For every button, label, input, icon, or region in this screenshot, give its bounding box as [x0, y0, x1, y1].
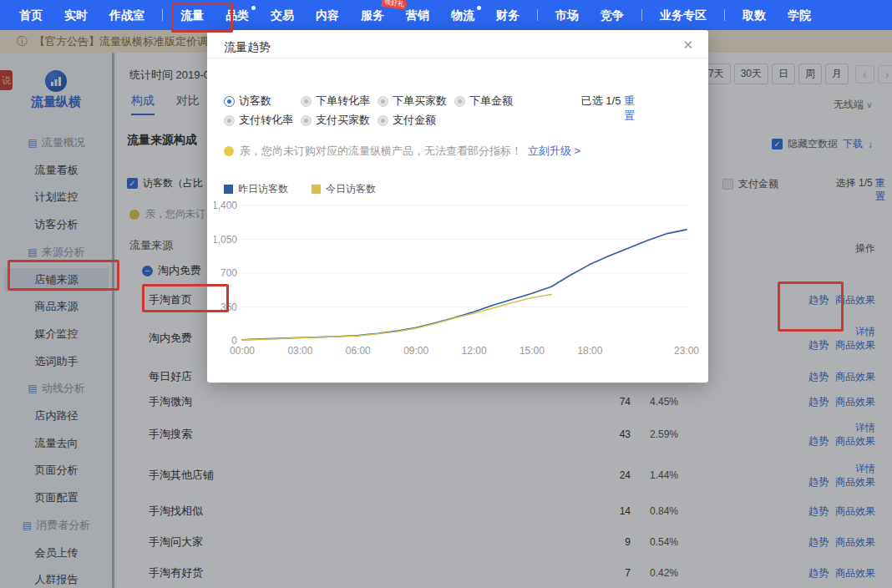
x-tick-label: 00:00	[230, 345, 255, 357]
nav-separator	[641, 9, 642, 21]
radio-disabled-icon[interactable]	[301, 96, 312, 107]
radio-dot	[227, 99, 231, 104]
y-tick-label: 1,050	[214, 234, 237, 246]
nav-item-营销[interactable]: 营销	[395, 0, 440, 30]
metric-option-支付金额[interactable]: 支付金额	[378, 113, 454, 128]
top-nav: 首页实时作战室流量品类交易内容服务领好礼营销物流财务市场竞争业务专区取数学院	[0, 0, 892, 30]
x-tick-label: 12:00	[462, 345, 487, 357]
selected-info-block: 已选 1/5 重置	[576, 94, 635, 124]
nav-separator	[724, 9, 725, 21]
notice-dot-icon	[224, 146, 234, 156]
legend-item-今日访客数[interactable]: 今日访客数	[312, 182, 376, 196]
radio-dot	[458, 99, 462, 104]
radio-dot	[304, 99, 308, 104]
nav-item-首页[interactable]: 首页	[8, 0, 53, 30]
upgrade-link[interactable]: 立刻升级 >	[528, 144, 580, 159]
nav-item-label: 交易	[271, 8, 294, 22]
nav-separator	[537, 9, 538, 21]
x-tick-label: 23:00	[674, 345, 699, 357]
metric-option-下单金额[interactable]: 下单金额	[454, 94, 531, 109]
annotation-box-mobile-home	[142, 284, 229, 312]
nav-item-交易[interactable]: 交易	[260, 0, 305, 30]
nav-item-业务专区[interactable]: 业务专区	[649, 0, 717, 30]
top-nav-items: 首页实时作战室流量品类交易内容服务领好礼营销物流财务市场竞争业务专区取数学院	[8, 0, 822, 30]
nav-item-label: 营销	[406, 8, 429, 22]
nav-item-label: 实时	[64, 8, 88, 22]
radio-dot	[227, 119, 231, 123]
radio-disabled-icon[interactable]	[224, 115, 235, 126]
radio-disabled-icon[interactable]	[301, 115, 312, 126]
metric-option-label: 支付转化率	[239, 113, 293, 128]
metric-option-支付转化率[interactable]: 支付转化率	[224, 113, 301, 128]
nav-item-取数[interactable]: 取数	[732, 0, 777, 30]
new-dot-icon	[251, 6, 256, 10]
y-tick-label: 700	[220, 267, 237, 279]
legend-label: 今日访客数	[326, 182, 376, 196]
metric-options-row-2: 支付转化率支付买家数支付金额	[224, 113, 454, 128]
modal-title: 流量趋势	[224, 40, 271, 55]
nav-item-label: 内容	[316, 8, 339, 22]
nav-item-label: 竞争	[601, 8, 624, 22]
metric-options-row-1: 访客数下单转化率下单买家数下单金额	[224, 94, 531, 109]
selected-count-label: 已选 1/5	[581, 94, 621, 107]
modal-reset-link[interactable]: 重置	[624, 94, 635, 122]
legend-swatch-icon	[312, 185, 321, 194]
legend-label: 昨日访客数	[238, 182, 288, 196]
nav-separator	[162, 9, 163, 21]
nav-item-label: 市场	[555, 8, 579, 22]
upgrade-notice: 亲，您尚未订购对应的流量纵横产品，无法查看部分指标！ 立刻升级 >	[224, 144, 580, 159]
legend-item-昨日访客数[interactable]: 昨日访客数	[224, 182, 288, 196]
radio-disabled-icon[interactable]	[454, 96, 465, 107]
nav-item-label: 取数	[742, 8, 766, 22]
annotation-box-nav-traffic	[171, 3, 233, 33]
radio-disabled-icon[interactable]	[378, 96, 388, 107]
metric-option-label: 支付金额	[393, 113, 436, 128]
nav-item-实时[interactable]: 实时	[53, 0, 99, 30]
nav-item-物流[interactable]: 物流	[440, 0, 485, 30]
nav-item-label: 学院	[788, 8, 811, 22]
radio-selected-icon[interactable]	[224, 96, 235, 107]
x-tick-label: 09:00	[403, 345, 428, 357]
x-tick-label: 15:00	[519, 345, 545, 357]
nav-item-服务[interactable]: 服务领好礼	[350, 0, 395, 30]
modal-divider	[207, 58, 708, 58]
radio-dot	[381, 119, 385, 123]
trend-chart: 03507001,0501,40000:0003:0006:0009:0012:…	[214, 195, 702, 367]
metric-option-label: 下单金额	[469, 94, 513, 109]
metric-option-label: 下单转化率	[316, 94, 370, 109]
nav-item-财务[interactable]: 财务	[485, 0, 530, 30]
nav-item-作战室[interactable]: 作战室	[99, 0, 155, 30]
metric-option-下单买家数[interactable]: 下单买家数	[378, 94, 454, 109]
metric-option-访客数[interactable]: 访客数	[224, 94, 301, 109]
annotation-box-trend-link	[778, 281, 844, 332]
close-icon[interactable]: ✕	[682, 38, 693, 53]
nav-item-label: 首页	[19, 8, 43, 22]
metric-option-label: 访客数	[239, 94, 271, 109]
nav-item-label: 作战室	[109, 8, 144, 22]
nav-item-学院[interactable]: 学院	[777, 0, 822, 30]
nav-item-label: 物流	[451, 8, 474, 22]
nav-item-label: 服务	[361, 8, 384, 22]
radio-dot	[304, 119, 308, 123]
nav-item-label: 财务	[496, 8, 519, 22]
radio-dot	[381, 99, 385, 104]
metric-option-支付买家数[interactable]: 支付买家数	[301, 113, 378, 128]
x-tick-label: 06:00	[346, 345, 371, 357]
metric-option-下单转化率[interactable]: 下单转化率	[301, 94, 378, 109]
upgrade-notice-text: 亲，您尚未订购对应的流量纵横产品，无法查看部分指标！	[240, 144, 522, 159]
y-tick-label: 1,400	[214, 200, 237, 211]
radio-disabled-icon[interactable]	[378, 115, 388, 126]
nav-item-竞争[interactable]: 竞争	[590, 0, 635, 30]
nav-item-市场[interactable]: 市场	[545, 0, 590, 30]
x-tick-label: 03:00	[287, 345, 312, 357]
metric-option-label: 下单买家数	[393, 94, 447, 109]
new-dot-icon	[477, 6, 481, 10]
chart-legend: 昨日访客数今日访客数	[224, 182, 376, 196]
legend-swatch-icon	[224, 185, 233, 194]
traffic-trend-modal: 流量趋势 ✕ 访客数下单转化率下单买家数下单金额 支付转化率支付买家数支付金额 …	[207, 30, 708, 383]
series-line-昨日访客数	[242, 230, 687, 340]
metric-option-label: 支付买家数	[316, 113, 370, 128]
screen: 首页实时作战室流量品类交易内容服务领好礼营销物流财务市场竞争业务专区取数学院 ⓘ…	[0, 0, 892, 588]
annotation-box-shop-source	[8, 260, 119, 291]
nav-item-内容[interactable]: 内容	[305, 0, 350, 30]
